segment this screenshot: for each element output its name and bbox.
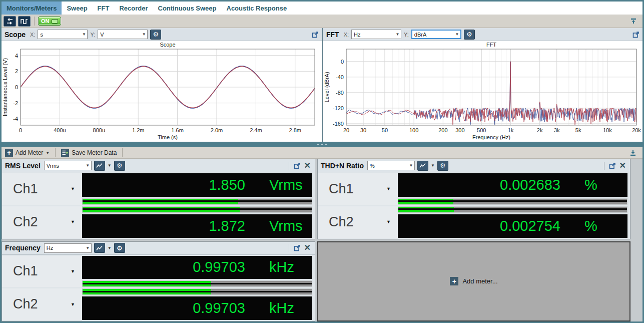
thdn-display-mode-button[interactable] — [417, 161, 428, 171]
fft-chart[interactable]: FFT2030501002003005001k2k3k5k10k20k0-40-… — [323, 41, 642, 142]
scope-chart[interactable]: Scope0400u800u1.2m1.6m2.0m2.4m2.8m420-2-… — [2, 41, 322, 142]
frequency-ch2-selector[interactable]: Ch2 ▼ — [2, 288, 82, 320]
frequency-ch2-display: 0.99703 kHz — [82, 296, 312, 320]
thdn-ch2-selector[interactable]: Ch2 ▼ — [318, 206, 398, 238]
scope-settings-button[interactable]: ⚙ — [150, 30, 161, 40]
meters-grid: RMS Level Vrms ▼ ▼ ⚙ — [2, 159, 630, 321]
svg-text:Scope: Scope — [160, 42, 175, 48]
chevron-down-icon: ▼ — [408, 163, 414, 168]
fft-y-unit-select[interactable]: dBrA ▼ — [411, 30, 461, 39]
scope-panel-title: Scope — [5, 31, 26, 39]
tab-sweep[interactable]: Sweep — [62, 2, 92, 15]
scope-y-unit-select[interactable]: V ▼ — [98, 30, 148, 39]
svg-text:2.8m: 2.8m — [289, 127, 301, 133]
frequency-popout-button[interactable] — [294, 244, 301, 251]
frequency-ch1-bar — [82, 280, 312, 287]
popout-icon — [294, 162, 301, 169]
frequency-close-button[interactable]: ✕ — [303, 244, 312, 252]
right-gutter — [630, 159, 642, 321]
svg-text:300: 300 — [455, 127, 464, 133]
fft-x-unit-select[interactable]: Hz ▼ — [351, 30, 401, 39]
fft-popout-button[interactable] — [632, 31, 639, 38]
svg-text:Instantaneous Level (V): Instantaneous Level (V) — [2, 58, 8, 116]
thdn-close-button[interactable]: ✕ — [618, 162, 627, 170]
chevron-down-icon[interactable]: ▼ — [108, 163, 112, 168]
tab-acoustic-response[interactable]: Acoustic Response — [222, 2, 292, 15]
svg-text:100: 100 — [409, 127, 418, 133]
svg-text:0: 0 — [341, 59, 344, 65]
rms-close-button[interactable]: ✕ — [303, 162, 312, 170]
rms-popout-button[interactable] — [294, 162, 301, 169]
svg-text:0: 0 — [19, 127, 22, 133]
thdn-ch2-row: Ch2 ▼ 0.002754 % — [318, 206, 630, 238]
popout-icon — [609, 162, 616, 169]
chevron-down-icon[interactable]: ▼ — [431, 163, 435, 168]
tab-fft[interactable]: FFT — [93, 2, 115, 15]
gear-icon: ⚙ — [153, 31, 159, 38]
popout-icon — [294, 244, 301, 251]
chevron-down-icon: ▼ — [71, 219, 75, 224]
signal-path-button[interactable] — [4, 16, 16, 27]
frequency-ch1-selector[interactable]: Ch1 ▼ — [2, 256, 82, 287]
rms-level-meter-panel: RMS Level Vrms ▼ ▼ ⚙ — [2, 159, 315, 239]
rms-ch2-selector[interactable]: Ch2 ▼ — [2, 206, 82, 238]
collapse-panel-up-button[interactable] — [629, 18, 637, 25]
rms-settings-button[interactable]: ⚙ — [114, 161, 125, 171]
svg-text:4: 4 — [15, 53, 18, 59]
add-meter-placeholder[interactable]: + Add meter... — [317, 241, 630, 322]
chevron-down-icon[interactable]: ▼ — [108, 246, 112, 250]
thdn-popout-button[interactable] — [609, 162, 616, 169]
popout-icon — [632, 31, 639, 38]
chevron-down-icon: ▼ — [71, 302, 75, 307]
frequency-ch1-row: Ch1 ▼ 0.99703 kHz — [2, 256, 315, 287]
scope-popout-button[interactable] — [312, 31, 319, 38]
tab-continuous-sweep[interactable]: Continuous Sweep — [153, 2, 222, 15]
thdn-ch2-display: 0.002754 % — [398, 214, 627, 238]
thdn-ch1-value: 0.002683 — [500, 177, 560, 193]
scope-y-label: Y: — [90, 32, 95, 38]
generator-button[interactable] — [18, 16, 31, 27]
thdn-ch1-selector[interactable]: Ch1 ▼ — [318, 173, 398, 205]
svg-text:Level (dBrA): Level (dBrA) — [324, 72, 330, 102]
tab-monitors-meters[interactable]: Monitors/Meters — [2, 2, 62, 15]
apx-window: Monitors/Meters Sweep FFT Recorder Conti… — [0, 0, 644, 323]
svg-text:20k: 20k — [632, 127, 641, 133]
rms-ch1-selector[interactable]: Ch1 ▼ — [2, 173, 82, 205]
rms-display-mode-button[interactable] — [94, 161, 105, 171]
main-tabbar: Monitors/Meters Sweep FFT Recorder Conti… — [2, 2, 642, 15]
rms-unit-select[interactable]: Vrms ▼ — [44, 161, 92, 170]
collapse-panel-down-button[interactable] — [629, 149, 637, 156]
svg-text:20: 20 — [343, 127, 349, 133]
rms-ch1-bar — [82, 198, 312, 205]
fft-settings-button[interactable]: ⚙ — [464, 30, 475, 40]
thdn-settings-button[interactable]: ⚙ — [437, 161, 448, 171]
frequency-unit-select[interactable]: Hz ▼ — [44, 243, 92, 253]
signal-path-icon — [6, 18, 14, 25]
generator-on-toggle[interactable]: ON — [38, 17, 61, 26]
svg-text:0: 0 — [15, 84, 18, 90]
rms-ch2-unit: Vrms — [269, 218, 305, 234]
frequency-display-mode-button[interactable] — [94, 243, 105, 253]
save-meter-data-button[interactable]: Save Meter Data — [60, 149, 118, 157]
scope-panel: Scope X: s ▼ Y: V ▼ ⚙ — [2, 28, 322, 142]
frequency-settings-button[interactable]: ⚙ — [114, 243, 125, 253]
chevron-down-icon: ▼ — [71, 186, 75, 191]
thdn-ch2-bar — [398, 206, 627, 213]
svg-text:1.2m: 1.2m — [132, 127, 144, 133]
scope-x-label: X: — [30, 32, 35, 38]
scope-x-unit-select[interactable]: s ▼ — [38, 30, 88, 39]
frequency-ch2-unit: kHz — [269, 300, 305, 316]
gear-icon: ⚙ — [466, 31, 472, 38]
svg-text:5k: 5k — [575, 127, 581, 133]
svg-text:30: 30 — [360, 127, 366, 133]
thdn-ratio-meter-panel: THD+N Ratio % ▼ ▼ ⚙ — [317, 159, 630, 239]
horizontal-splitter[interactable] — [2, 142, 642, 147]
tab-recorder[interactable]: Recorder — [114, 2, 153, 15]
frequency-ch2-value: 0.99703 — [193, 300, 245, 316]
add-meter-button[interactable]: + Add Meter ▼ — [4, 149, 51, 157]
thdn-unit-select[interactable]: % ▼ — [367, 161, 415, 170]
chevron-down-icon: ▼ — [394, 32, 401, 37]
thdn-meter-header: THD+N Ratio % ▼ ▼ ⚙ — [318, 159, 630, 172]
fft-panel: FFT X: Hz ▼ Y: dBrA ▼ ⚙ — [323, 28, 642, 142]
svg-text:1.6m: 1.6m — [171, 127, 183, 133]
